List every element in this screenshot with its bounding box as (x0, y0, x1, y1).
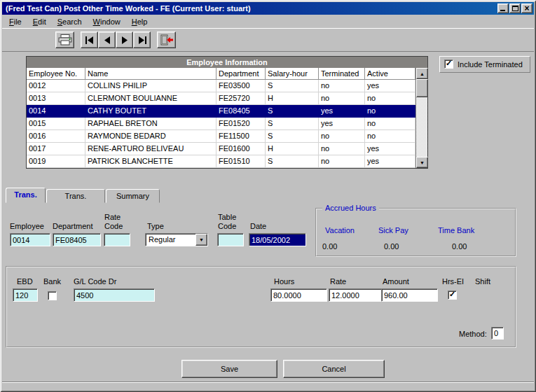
cancel-button[interactable]: Cancel (283, 360, 385, 378)
previous-record-icon (102, 36, 112, 44)
table-row[interactable]: 0012 COLLINS PHILIP FE03500 S no yes (27, 80, 427, 92)
cell: no (365, 92, 415, 105)
tab-trans-2[interactable]: Trans. (46, 189, 105, 203)
employee-field[interactable] (10, 233, 50, 246)
hrs-ei-checkbox[interactable]: ✓ (448, 290, 457, 300)
cell: yes (365, 155, 415, 168)
cell: FE25720 (217, 92, 266, 105)
table-code-field[interactable] (217, 233, 244, 246)
exit-door-icon (160, 34, 174, 46)
table-row[interactable]: 0016 RAYMONDE BEDARD FE11500 S no no (27, 130, 427, 143)
menu-window[interactable]: Window (88, 15, 126, 28)
cell: no (365, 130, 415, 143)
cell: CATHY BOUTET (85, 105, 217, 118)
next-record-button[interactable] (116, 31, 133, 48)
cell: RAPHAEL BRETON (85, 118, 217, 130)
cell: S (266, 105, 319, 118)
cell: H (266, 143, 319, 155)
employee-grid-header: Employee No. Name Department Salary-hour… (27, 68, 427, 80)
cell: FE11500 (217, 130, 266, 143)
cell: S (266, 118, 319, 130)
hrs-ei-label: Hrs-EI (442, 277, 464, 286)
chevron-down-icon[interactable]: ▼ (195, 234, 207, 246)
cell: FE03500 (217, 80, 266, 92)
date-field[interactable] (249, 233, 306, 246)
cell: FE01600 (217, 143, 266, 155)
include-terminated-checkbox[interactable]: ✓ (444, 59, 453, 69)
cell: S (266, 155, 319, 168)
ebd-field[interactable] (13, 288, 38, 302)
amount-label: Amount (383, 277, 409, 286)
exit-button[interactable] (157, 31, 176, 48)
cell: no (319, 130, 365, 143)
cell: S (266, 130, 319, 143)
table-vertical-scrollbar[interactable]: ▲ ▼ (415, 68, 427, 168)
next-record-icon (120, 36, 130, 44)
menu-help[interactable]: Help (126, 15, 153, 28)
bank-checkbox[interactable]: ✓ (48, 291, 57, 300)
rate-field[interactable] (329, 288, 383, 302)
column-header-employee-no: Employee No. (27, 68, 85, 80)
close-button[interactable]: × (521, 4, 532, 13)
table-row[interactable]: 0013 CLERMONT BOULIANNE FE25720 H no no (27, 92, 427, 105)
department-field[interactable] (53, 233, 101, 246)
minimize-icon (500, 10, 505, 11)
date-label: Date (250, 222, 266, 230)
table-row[interactable]: 0017 RENE-ARTURO BELIVEAU FE01600 H no y… (27, 143, 427, 155)
sick-pay-value: 0.00 (384, 242, 399, 251)
menu-file[interactable]: File (4, 15, 27, 28)
checkmark-icon: ✓ (446, 59, 452, 68)
first-record-icon (85, 36, 95, 44)
rate-code-label: Rate Code (104, 213, 130, 231)
menu-edit[interactable]: Edit (27, 15, 52, 28)
cell: yes (365, 143, 415, 155)
maximize-icon (512, 6, 518, 11)
rate-code-field[interactable] (104, 233, 130, 246)
close-icon: × (524, 6, 529, 12)
cell: no (365, 118, 415, 130)
maximize-button[interactable] (509, 4, 521, 13)
menu-search[interactable]: Search (52, 15, 88, 28)
tab-summary[interactable]: Summary (106, 189, 160, 203)
cell: COLLINS PHILIP (85, 80, 217, 92)
cell: FE01510 (217, 155, 266, 168)
application-window: (Fred Test Can) Post Other Time Worked -… (0, 0, 536, 392)
scroll-down-icon: ▼ (420, 160, 425, 165)
cell: yes (319, 105, 365, 118)
cell: CLERMONT BOULIANNE (85, 92, 217, 105)
type-label: Type (147, 222, 164, 230)
time-bank-label: Time Bank (438, 226, 474, 234)
first-record-button[interactable] (81, 31, 98, 48)
print-button[interactable] (55, 31, 74, 48)
cell: 0019 (27, 155, 85, 168)
last-record-button[interactable] (133, 31, 151, 48)
cell: 0017 (27, 143, 85, 155)
minimize-button[interactable] (497, 4, 509, 13)
gl-code-dr-label: G/L Code Dr (74, 277, 116, 286)
accrued-hours-title: Accrued Hours (322, 204, 379, 212)
tab-label: Summary (116, 192, 149, 200)
title-bar[interactable]: (Fred Test Can) Post Other Time Worked -… (2, 2, 534, 15)
tab-trans-1[interactable]: Trans. (6, 188, 46, 203)
scrollbar-thumb[interactable] (416, 79, 428, 97)
save-button[interactable]: Save (181, 360, 277, 378)
cell: yes (319, 118, 365, 130)
method-field[interactable] (491, 327, 504, 340)
hours-field[interactable] (270, 288, 327, 302)
column-header-department: Department (217, 68, 266, 80)
table-row[interactable]: 0015 RAPHAEL BRETON FE01520 S yes no (27, 118, 427, 130)
include-terminated-panel: ✓ Include Terminated (439, 56, 530, 73)
amount-field[interactable] (381, 288, 438, 302)
table-row[interactable]: 0019 PATRICK BLANCHETTE FE01510 S no yes (27, 155, 427, 168)
column-header-salary-hour: Salary-hour (266, 68, 319, 80)
type-select[interactable]: Regular ▼ (145, 233, 208, 246)
cell: RAYMONDE BEDARD (85, 130, 217, 143)
table-row-selected[interactable]: 0014 CATHY BOUTET FE08405 S yes no (27, 105, 427, 118)
hours-label: Hours (274, 277, 294, 286)
scroll-up-button[interactable]: ▲ (416, 68, 428, 79)
cell: no (319, 155, 365, 168)
scroll-down-button[interactable]: ▼ (416, 157, 428, 168)
shift-label: Shift (475, 277, 490, 286)
gl-code-dr-field[interactable] (74, 288, 155, 302)
previous-record-button[interactable] (98, 31, 116, 48)
